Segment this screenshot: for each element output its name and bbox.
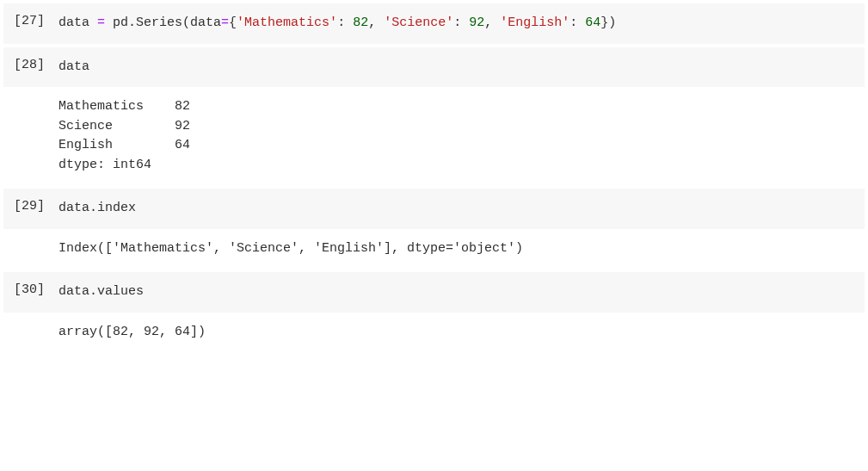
code-token: data.values [58,284,144,299]
input-prompt: [27] [14,14,58,28]
code-token: data.index [58,201,136,215]
output-text: Mathematics 82 Science 92 English 64 dty… [58,97,190,175]
code-token: : [337,15,353,30]
code-token: data [58,59,89,74]
code-token: : [569,15,585,30]
code-content[interactable]: data.index [58,199,136,219]
code-token: pd.Series(data [105,15,221,30]
cell-input-area[interactable]: [27]data = pd.Series(data={'Mathematics'… [3,3,865,44]
code-token: 'Mathematics' [237,15,337,30]
code-token: = [221,15,229,30]
input-prompt: [30] [14,282,58,297]
notebook-cell: [28]dataMathematics 82 Science 92 Englis… [3,47,865,186]
cell-output-area: array([82, 92, 64]) [3,313,865,353]
input-prompt: [29] [14,199,58,214]
code-token: = [97,15,105,30]
notebook-cell: [29]data.indexIndex(['Mathematics', 'Sci… [3,189,865,269]
input-prompt: [28] [14,58,58,72]
code-token: { [229,15,237,30]
code-token: 92 [469,15,484,30]
cell-output-area: Mathematics 82 Science 92 English 64 dty… [3,87,865,185]
cell-input-area[interactable]: [30]data.values [3,272,865,313]
cell-input-area[interactable]: [29]data.index [3,189,865,229]
cell-input-area[interactable]: [28]data [3,47,865,88]
notebook-cell: [30]data.valuesarray([82, 92, 64]) [3,272,865,352]
code-content[interactable]: data.values [58,282,144,302]
code-token: 64 [585,15,600,30]
code-token: data [58,15,97,30]
code-token: : [453,15,469,30]
code-content[interactable]: data [58,58,89,77]
code-token: 'Science' [384,15,453,30]
output-text: Index(['Mathematics', 'Science', 'Englis… [58,239,523,259]
notebook-cell: [27]data = pd.Series(data={'Mathematics'… [3,3,865,44]
code-token: }) [600,15,616,30]
code-token: , [368,15,384,30]
code-token: 82 [353,15,368,30]
notebook-container: [27]data = pd.Series(data={'Mathematics'… [3,3,865,352]
output-text: array([82, 92, 64]) [58,323,206,343]
cell-output-area: Index(['Mathematics', 'Science', 'Englis… [3,229,865,270]
code-token: , [484,15,500,30]
code-content[interactable]: data = pd.Series(data={'Mathematics': 82… [58,14,616,34]
code-token: 'English' [500,15,569,30]
